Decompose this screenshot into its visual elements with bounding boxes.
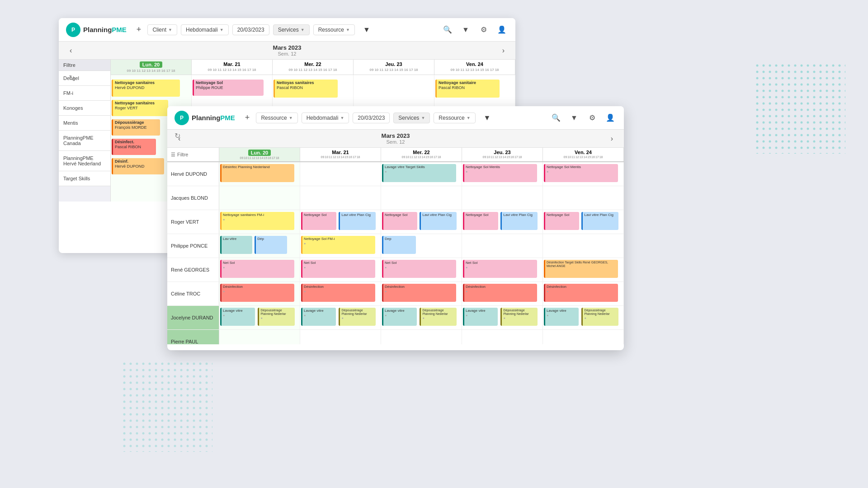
event-r0-d3[interactable]: Nettoyage Sol Mentis●	[463, 164, 537, 182]
event-r6-d1b[interactable]: Dépoussiérage Planning Nederlar●	[339, 308, 376, 326]
event-back-1[interactable]: Nettoyage sanitairesRoger VERT	[112, 100, 168, 116]
resource-day-0-2: Lavage vitre Target Skills●	[381, 162, 462, 186]
resource-row-5: Céline TROC Désinfection● Désinfection● …	[167, 282, 624, 306]
event-r6-d0b[interactable]: Dépoussiérage Planning Nederlar●	[258, 308, 295, 326]
event-r2-d3a[interactable]: Nettoyage Sol	[463, 212, 498, 230]
sidebar-item-dengel[interactable]: Dengel	[59, 71, 110, 86]
event-r5-d1[interactable]: Désinfection●	[301, 284, 375, 302]
resource-day-2-3: Nettoyage Sol Lavi vitre Plan Cig	[462, 210, 543, 234]
sidebar-item-canada[interactable]: PlanningPME Canada	[59, 131, 110, 151]
resource-day-1-4	[543, 186, 624, 210]
resource-day-7-3	[462, 330, 543, 344]
resource-day-5-3: Désinfection●	[462, 282, 543, 305]
event-back-7[interactable]: Nettoyage sanitairePascal RIBON	[435, 80, 500, 98]
event-back-2[interactable]: DépoussièrageFrançois MORDE	[112, 119, 160, 136]
event-r3-d0a[interactable]: Lav vitre	[220, 236, 252, 254]
date-label-front: 20/03/2023	[358, 115, 385, 121]
event-r4-d0[interactable]: Net Sol●	[220, 260, 294, 278]
refresh-icon-back[interactable]: ↻	[69, 74, 75, 82]
event-r3-d2[interactable]: Dep	[382, 236, 416, 254]
event-back-6[interactable]: Nettoyas sanitairesPascal RIBON	[274, 80, 338, 98]
event-r4-d1[interactable]: Net Sol●	[301, 260, 375, 278]
settings-icon-front[interactable]: ⚙	[586, 112, 599, 124]
event-r5-d2[interactable]: Désinfection●	[382, 284, 456, 302]
event-r2-d1a[interactable]: Nettoyage Sol	[301, 212, 336, 230]
resource-day-3-4	[543, 234, 624, 258]
search-icon-back[interactable]: 🔍	[441, 23, 454, 36]
add-button-front[interactable]: +	[242, 111, 253, 124]
event-r2-d2a[interactable]: Nettoyage Sol	[382, 212, 417, 230]
cal-week-front: Sem. 12	[382, 139, 410, 145]
event-r2-d0[interactable]: Nettoyage sanitaires FM-i●	[220, 212, 294, 230]
event-r0-d2[interactable]: Lavage vitre Target Skills●	[382, 164, 456, 182]
client-button-back[interactable]: Client ▼	[147, 24, 177, 35]
filter-icon-front[interactable]: ▼	[568, 112, 580, 124]
next-btn-back[interactable]: ›	[499, 46, 508, 56]
event-r4-d2[interactable]: Net Sol●	[382, 260, 456, 278]
event-r6-d4b[interactable]: Dépoussiérage Planning Nederlar●	[581, 308, 618, 326]
filter-button-front[interactable]: ▼	[479, 112, 495, 124]
resource-day-4-3: Net Sol●	[462, 258, 543, 282]
event-r2-d3b[interactable]: Lavi vitre Plan Cig	[500, 212, 538, 230]
event-r5-d3[interactable]: Désinfection●	[463, 284, 537, 302]
resource-arrow-front: ▼	[289, 116, 293, 120]
sidebar-item-fmi[interactable]: FM-i	[59, 86, 110, 101]
event-r2-d4a[interactable]: Nettoyage Sol	[544, 212, 579, 230]
date-button-back[interactable]: 20/03/2023	[232, 24, 269, 35]
filter-icon-back[interactable]: ▼	[459, 23, 472, 36]
resource-day-7-1	[300, 330, 381, 344]
event-back-0[interactable]: Nettoyage sanitairesHervé DUPOND	[112, 80, 180, 97]
resource-day-3-1: Nettoyage Sol FM-i●	[300, 234, 381, 258]
resource-button-front[interactable]: Ressource ▼	[256, 113, 297, 123]
period-button-front[interactable]: Hebdomadali ▼	[302, 113, 349, 123]
event-r6-d1a[interactable]: Lavage vitre●	[301, 308, 336, 326]
event-r2-d1b[interactable]: Lavi vitre Plan Cig	[339, 212, 376, 230]
add-button-back[interactable]: +	[134, 23, 144, 36]
sidebar-item-mentis[interactable]: Mentis	[59, 116, 110, 131]
cal-week-back: Sem. 12	[273, 51, 302, 56]
event-r5-d4[interactable]: Désinfection●	[544, 284, 618, 302]
period-button-back[interactable]: Hebdomadali ▼	[181, 24, 229, 35]
resource-cells-0: Désinfec Planning Nederland Lavage vitre…	[219, 162, 624, 186]
resource2-button-front[interactable]: Ressource ▼	[434, 113, 475, 123]
event-r2-d4b[interactable]: Lavi vitre Plan Cig	[581, 212, 618, 230]
refresh-icon-front[interactable]: ↻	[175, 131, 180, 140]
event-r6-d4a[interactable]: Lavage vitre●	[544, 308, 579, 326]
resource2-arrow-front: ▼	[467, 116, 471, 120]
services-button-back[interactable]: Services ▼	[273, 24, 310, 35]
user-icon-front[interactable]: 👤	[604, 112, 617, 124]
day-header-0-front: Lun. 20 09101112131415161718	[219, 148, 300, 161]
filter-bar-front[interactable]: ☰ Filtre	[167, 148, 219, 161]
search-icon-front[interactable]: 🔍	[550, 112, 562, 124]
event-r6-d3b[interactable]: Dépoussiérage Planning Nederlar●	[500, 308, 538, 326]
event-r3-d1[interactable]: Nettoyage Sol FM-i●	[301, 236, 375, 254]
prev-btn-back[interactable]: ‹	[66, 46, 75, 56]
filter-button-back[interactable]: ▼	[359, 24, 375, 36]
event-r3-d0b[interactable]: Dép	[255, 236, 287, 254]
resource-day-7-4	[543, 330, 624, 344]
event-back-3[interactable]: Désinfect.Pascal RIBON	[112, 139, 156, 155]
next-btn-front[interactable]: ›	[607, 134, 617, 144]
event-r6-d2b[interactable]: Dépoussiérage Planning Nederlar●	[420, 308, 457, 326]
services-button-front[interactable]: Services ▼	[393, 113, 430, 123]
event-r0-d4[interactable]: Nettoyage Sol Mentis●	[544, 164, 618, 182]
event-back-5[interactable]: Nettoyage SolPhilippe ROUE	[193, 80, 264, 96]
event-back-4[interactable]: Désinf.Hervé DUPOND	[112, 158, 164, 174]
event-r6-d0a[interactable]: Lavage vitre●	[220, 308, 255, 326]
event-r6-d2a[interactable]: Lavage vitre●	[382, 308, 417, 326]
user-icon-back[interactable]: 👤	[495, 23, 508, 36]
event-r5-d0[interactable]: Désinfection●	[220, 284, 294, 302]
date-button-front[interactable]: 20/03/2023	[353, 113, 390, 123]
event-r2-d2b[interactable]: Lavi vitre Plan Cig	[420, 212, 457, 230]
event-r4-d4[interactable]: Désinfection Target Skills René GEORGES,…	[544, 260, 618, 278]
period-arrow: ▼	[220, 28, 224, 32]
cal-nav-back: ‹ Mars 2023 Sem. 12 ›	[59, 42, 515, 60]
sidebar-item-target[interactable]: Target Skills	[59, 171, 110, 186]
sidebar-item-konoges[interactable]: Konoges	[59, 101, 110, 116]
sidebar-item-nederland[interactable]: PlanningPME Hervé Nederland	[59, 151, 110, 171]
resource-button-back[interactable]: Ressource ▼	[313, 24, 355, 35]
settings-icon-back[interactable]: ⚙	[477, 23, 490, 36]
event-r6-d3a[interactable]: Lavage vitre●	[463, 308, 498, 326]
event-r0-d0[interactable]: Désinfec Planning Nederland	[220, 164, 294, 182]
event-r4-d3[interactable]: Net Sol●	[463, 260, 537, 278]
